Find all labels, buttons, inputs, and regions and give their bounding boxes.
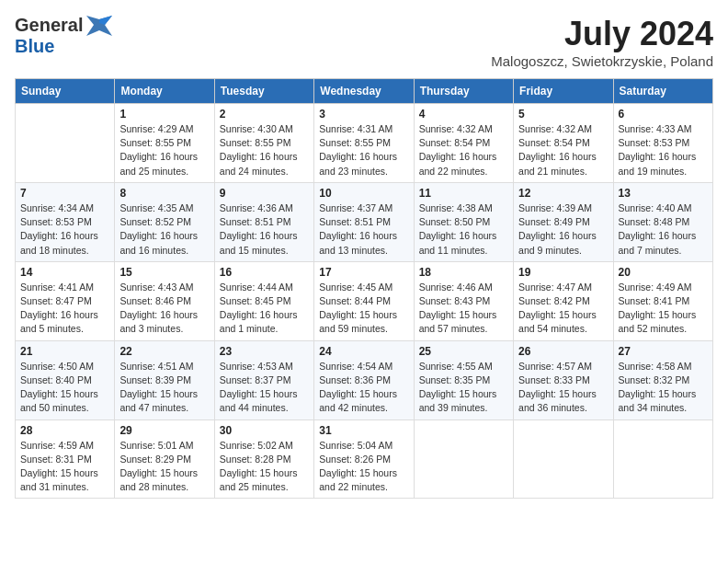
calendar-day-cell: 23Sunrise: 4:53 AM Sunset: 8:37 PM Dayli… <box>214 340 313 419</box>
day-info: Sunrise: 5:02 AM Sunset: 8:28 PM Dayligh… <box>220 439 309 495</box>
title-section: July 2024 Malogoszcz, Swietokrzyskie, Po… <box>491 15 713 69</box>
calendar-day-cell: 31Sunrise: 5:04 AM Sunset: 8:26 PM Dayli… <box>314 419 414 499</box>
day-info: Sunrise: 4:43 AM Sunset: 8:46 PM Dayligh… <box>119 281 209 337</box>
calendar-day-cell: 27Sunrise: 4:58 AM Sunset: 8:32 PM Dayli… <box>613 340 712 419</box>
calendar-day-cell: 8Sunrise: 4:35 AM Sunset: 8:52 PM Daylig… <box>115 182 214 261</box>
day-number: 26 <box>518 345 608 358</box>
calendar-day-cell: 22Sunrise: 4:51 AM Sunset: 8:39 PM Dayli… <box>115 340 214 419</box>
calendar-day-cell: 12Sunrise: 4:39 AM Sunset: 8:49 PM Dayli… <box>514 182 613 261</box>
day-info: Sunrise: 4:41 AM Sunset: 8:47 PM Dayligh… <box>20 281 109 337</box>
logo-blue-text: Blue <box>15 36 54 56</box>
day-number: 11 <box>419 187 508 200</box>
calendar-day-cell: 24Sunrise: 4:54 AM Sunset: 8:36 PM Dayli… <box>314 340 414 419</box>
day-number: 13 <box>619 187 708 200</box>
day-number: 24 <box>319 345 408 358</box>
logo-general-text: General <box>15 15 83 36</box>
day-number: 15 <box>119 266 209 279</box>
day-number: 4 <box>419 108 508 121</box>
day-info: Sunrise: 4:31 AM Sunset: 8:55 PM Dayligh… <box>319 122 408 178</box>
day-number: 31 <box>319 424 408 437</box>
calendar-day-cell <box>613 419 712 499</box>
calendar-day-cell: 10Sunrise: 4:37 AM Sunset: 8:51 PM Dayli… <box>314 182 414 261</box>
calendar-day-cell: 25Sunrise: 4:55 AM Sunset: 8:35 PM Dayli… <box>414 340 513 419</box>
day-number: 5 <box>518 108 608 121</box>
day-number: 1 <box>119 108 209 121</box>
logo-bird-icon <box>86 16 112 36</box>
day-info: Sunrise: 4:54 AM Sunset: 8:36 PM Dayligh… <box>319 360 408 416</box>
calendar-day-cell: 1Sunrise: 4:29 AM Sunset: 8:55 PM Daylig… <box>115 104 214 183</box>
calendar-header: SundayMondayTuesdayWednesdayThursdayFrid… <box>16 79 713 104</box>
day-of-week-header: Friday <box>514 79 613 104</box>
day-number: 23 <box>220 345 309 358</box>
page-header: General Blue July 2024 Malogoszcz, Swiet… <box>15 15 713 69</box>
day-of-week-header: Saturday <box>613 79 712 104</box>
location-subtitle: Malogoszcz, Swietokrzyskie, Poland <box>491 53 713 69</box>
day-number: 21 <box>20 345 109 358</box>
calendar-table: SundayMondayTuesdayWednesdayThursdayFrid… <box>15 78 713 499</box>
calendar-day-cell: 7Sunrise: 4:34 AM Sunset: 8:53 PM Daylig… <box>16 182 115 261</box>
day-info: Sunrise: 4:55 AM Sunset: 8:35 PM Dayligh… <box>419 360 508 416</box>
calendar-day-cell: 14Sunrise: 4:41 AM Sunset: 8:47 PM Dayli… <box>16 261 115 340</box>
day-info: Sunrise: 4:57 AM Sunset: 8:33 PM Dayligh… <box>518 360 608 416</box>
day-info: Sunrise: 4:46 AM Sunset: 8:43 PM Dayligh… <box>419 281 508 337</box>
calendar-day-cell: 13Sunrise: 4:40 AM Sunset: 8:48 PM Dayli… <box>613 182 712 261</box>
day-info: Sunrise: 5:01 AM Sunset: 8:29 PM Dayligh… <box>119 439 209 495</box>
calendar-day-cell: 2Sunrise: 4:30 AM Sunset: 8:55 PM Daylig… <box>214 104 313 183</box>
day-number: 17 <box>319 266 408 279</box>
day-number: 8 <box>119 187 209 200</box>
day-info: Sunrise: 4:45 AM Sunset: 8:44 PM Dayligh… <box>319 281 408 337</box>
day-number: 10 <box>319 187 408 200</box>
day-info: Sunrise: 4:39 AM Sunset: 8:49 PM Dayligh… <box>518 201 608 258</box>
calendar-day-cell: 28Sunrise: 4:59 AM Sunset: 8:31 PM Dayli… <box>16 419 115 499</box>
calendar-day-cell: 19Sunrise: 4:47 AM Sunset: 8:42 PM Dayli… <box>514 261 613 340</box>
day-number: 16 <box>220 266 309 279</box>
day-of-week-header: Wednesday <box>314 79 414 104</box>
day-number: 2 <box>220 108 309 121</box>
day-number: 18 <box>419 266 508 279</box>
day-header-row: SundayMondayTuesdayWednesdayThursdayFrid… <box>16 79 713 104</box>
day-number: 30 <box>220 424 309 437</box>
day-info: Sunrise: 4:49 AM Sunset: 8:41 PM Dayligh… <box>619 281 708 337</box>
calendar-day-cell: 15Sunrise: 4:43 AM Sunset: 8:46 PM Dayli… <box>115 261 214 340</box>
day-number: 12 <box>518 187 608 200</box>
day-number: 28 <box>20 424 109 437</box>
day-of-week-header: Thursday <box>414 79 513 104</box>
day-of-week-header: Monday <box>115 79 214 104</box>
calendar-week-row: 28Sunrise: 4:59 AM Sunset: 8:31 PM Dayli… <box>16 419 713 499</box>
month-title: July 2024 <box>491 15 713 53</box>
day-number: 7 <box>20 187 109 200</box>
day-info: Sunrise: 4:32 AM Sunset: 8:54 PM Dayligh… <box>518 122 608 178</box>
calendar-day-cell: 16Sunrise: 4:44 AM Sunset: 8:45 PM Dayli… <box>214 261 313 340</box>
calendar-day-cell: 11Sunrise: 4:38 AM Sunset: 8:50 PM Dayli… <box>414 182 513 261</box>
day-info: Sunrise: 4:37 AM Sunset: 8:51 PM Dayligh… <box>319 201 408 258</box>
day-number: 20 <box>619 266 708 279</box>
day-info: Sunrise: 4:53 AM Sunset: 8:37 PM Dayligh… <box>220 360 309 416</box>
day-info: Sunrise: 4:59 AM Sunset: 8:31 PM Dayligh… <box>20 439 109 495</box>
day-info: Sunrise: 5:04 AM Sunset: 8:26 PM Dayligh… <box>319 439 408 495</box>
day-info: Sunrise: 4:51 AM Sunset: 8:39 PM Dayligh… <box>119 360 209 416</box>
calendar-day-cell: 6Sunrise: 4:33 AM Sunset: 8:53 PM Daylig… <box>613 104 712 183</box>
day-info: Sunrise: 4:40 AM Sunset: 8:48 PM Dayligh… <box>619 201 708 258</box>
calendar-day-cell: 17Sunrise: 4:45 AM Sunset: 8:44 PM Dayli… <box>314 261 414 340</box>
calendar-body: 1Sunrise: 4:29 AM Sunset: 8:55 PM Daylig… <box>16 104 713 499</box>
day-info: Sunrise: 4:58 AM Sunset: 8:32 PM Dayligh… <box>619 360 708 416</box>
calendar-day-cell: 5Sunrise: 4:32 AM Sunset: 8:54 PM Daylig… <box>514 104 613 183</box>
calendar-week-row: 7Sunrise: 4:34 AM Sunset: 8:53 PM Daylig… <box>16 182 713 261</box>
calendar-day-cell <box>16 104 115 183</box>
day-info: Sunrise: 4:29 AM Sunset: 8:55 PM Dayligh… <box>119 122 209 178</box>
calendar-day-cell: 30Sunrise: 5:02 AM Sunset: 8:28 PM Dayli… <box>214 419 313 499</box>
day-of-week-header: Tuesday <box>214 79 313 104</box>
calendar-day-cell: 29Sunrise: 5:01 AM Sunset: 8:29 PM Dayli… <box>115 419 214 499</box>
calendar-day-cell: 26Sunrise: 4:57 AM Sunset: 8:33 PM Dayli… <box>514 340 613 419</box>
day-info: Sunrise: 4:33 AM Sunset: 8:53 PM Dayligh… <box>619 122 708 178</box>
calendar-week-row: 21Sunrise: 4:50 AM Sunset: 8:40 PM Dayli… <box>16 340 713 419</box>
calendar-day-cell: 4Sunrise: 4:32 AM Sunset: 8:54 PM Daylig… <box>414 104 513 183</box>
day-info: Sunrise: 4:38 AM Sunset: 8:50 PM Dayligh… <box>419 201 508 258</box>
day-number: 25 <box>419 345 508 358</box>
svg-marker-1 <box>99 16 112 25</box>
calendar-week-row: 1Sunrise: 4:29 AM Sunset: 8:55 PM Daylig… <box>16 104 713 183</box>
day-info: Sunrise: 4:44 AM Sunset: 8:45 PM Dayligh… <box>220 281 309 337</box>
calendar-day-cell: 3Sunrise: 4:31 AM Sunset: 8:55 PM Daylig… <box>314 104 414 183</box>
day-info: Sunrise: 4:50 AM Sunset: 8:40 PM Dayligh… <box>20 360 109 416</box>
day-number: 6 <box>619 108 708 121</box>
